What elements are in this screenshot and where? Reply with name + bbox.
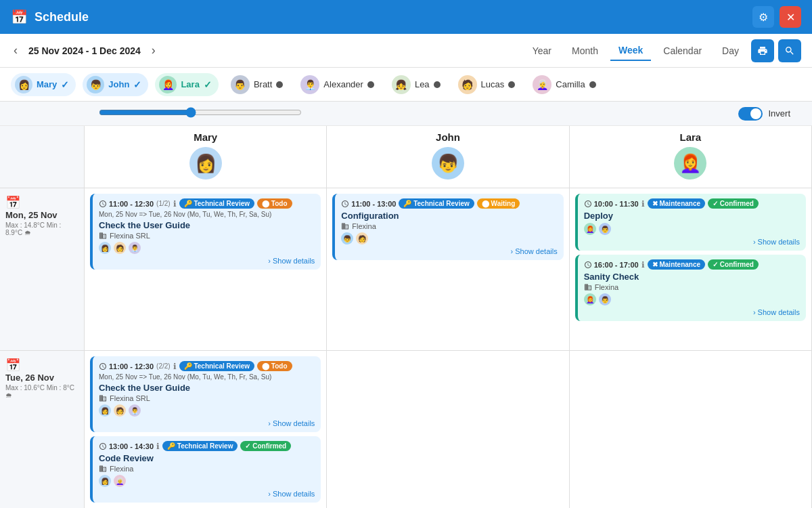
badge-tech-review-3: 🔑 Technical Review [162, 441, 238, 451]
view-calendar[interactable]: Calendar [655, 41, 710, 60]
user-inactive-alexander[interactable]: 👨‍💼 Alexander [295, 72, 380, 97]
calendar-icon-mon: 📅 [5, 195, 20, 210]
show-details-2[interactable]: › Show details [99, 419, 315, 427]
info-icon-5: ℹ [641, 199, 645, 209]
badge-tech-review-4: 🔑 Technical Review [399, 198, 474, 209]
mini-avatar-bratt-2: 👨 [599, 293, 611, 305]
nav-right: Year Month Week Calendar Day [524, 39, 801, 62]
prev-button[interactable]: ‹ [11, 41, 20, 60]
zoom-slider[interactable] [99, 107, 302, 118]
close-button[interactable]: ✕ [780, 6, 801, 28]
user-chip-john[interactable]: 👦 John ✓ [83, 73, 148, 96]
weather-tue: Max : 10.6°C Min : 8°C 🌧 [5, 384, 78, 399]
event-title-3: Code Review [99, 453, 315, 463]
col-avatar-mary: 👩 [189, 147, 222, 179]
header-right: ⚙ ✕ [752, 6, 801, 28]
user-chip-lara[interactable]: 👩‍🦰 Lara ✓ [155, 73, 218, 96]
users-bar: 👩 Mary ✓ 👦 John ✓ 👩‍🦰 Lara ✓ 👨 Bratt 👨‍💼… [0, 68, 812, 102]
app-title: Schedule [35, 10, 89, 24]
event-time-5: 10:00 - 11:30 [584, 200, 639, 208]
avatar-mary: 👩 [15, 76, 32, 93]
col-header-mary: Mary 👩 [85, 126, 327, 188]
event-check-user-guide-mon[interactable]: 11:00 - 12:30 (1/2) ℹ 🔑 Technical Review… [90, 194, 321, 270]
check-icon-john: ✓ [133, 79, 141, 90]
user-name-john: John [108, 79, 129, 89]
show-details-6[interactable]: › Show details [584, 308, 800, 316]
view-week[interactable]: Week [610, 41, 651, 61]
event-check-user-guide-tue[interactable]: 11:00 - 12:30 (2/2) ℹ 🔑 Technical Review… [90, 356, 321, 432]
col-header-lara: Lara 👩‍🦰 [570, 126, 812, 188]
occurrence-2: (2/2) [156, 362, 171, 370]
badge-maintenance-5: ✖ Maintenance [648, 198, 705, 209]
col-avatar-lara: 👩‍🦰 [674, 147, 706, 179]
user-inactive-bratt[interactable]: 👨 Bratt [225, 72, 288, 97]
event-company-4: Flexina [341, 222, 557, 230]
event-company-1: Flexina SRL [99, 232, 315, 240]
cell-tue-john [327, 351, 568, 508]
user-chip-mary[interactable]: 👩 Mary ✓ [11, 73, 76, 96]
avatar-lara: 👩‍🦰 [159, 76, 177, 93]
day-label-tue: 📅 Tue, 26 Nov Max : 10.6°C Min : 8°C 🌧 [0, 351, 85, 508]
invert-label: Invert [768, 108, 790, 119]
show-details-5[interactable]: › Show details [584, 238, 800, 246]
header-spacer [0, 126, 85, 188]
check-icon-lara: ✓ [204, 79, 212, 90]
recurrence-1: Mon, 25 Nov => Tue, 26 Nov (Mo, Tu, We, … [99, 211, 315, 218]
mini-avatar-lara: 👩‍🦰 [584, 223, 596, 235]
invert-toggle[interactable]: Invert [738, 107, 790, 121]
avatar-lea: 👧 [392, 75, 411, 94]
event-people-6: 👩‍🦰 👨 [584, 293, 800, 305]
view-month[interactable]: Month [564, 41, 606, 60]
event-header-4: 11:00 - 13:00 🔑 Technical Review ⬤ Waiti… [341, 198, 557, 209]
event-sanity-check[interactable]: 16:00 - 17:00 ℹ ✖ Maintenance ✓ Confirme… [575, 255, 806, 321]
event-company-3: Flexina [99, 465, 315, 473]
user-name-lara: Lara [181, 79, 199, 89]
settings-button[interactable]: ⚙ [752, 6, 774, 28]
nav-left: ‹ 25 Nov 2024 - 1 Dec 2024 › [11, 41, 158, 60]
view-day[interactable]: Day [714, 41, 747, 60]
nav-bar: ‹ 25 Nov 2024 - 1 Dec 2024 › Year Month … [0, 34, 812, 68]
badge-todo-1: ⬤ Todo [257, 198, 292, 209]
mini-avatar-camilla: 👩‍🦳 [114, 475, 126, 487]
header-left: 📅 Schedule [11, 9, 89, 25]
badge-confirmed-3: ✓ Confirmed [240, 441, 291, 451]
mini-avatar-lucas: 🧑 [114, 242, 126, 254]
invert-switch[interactable] [738, 107, 763, 121]
show-details-4[interactable]: › Show details [341, 247, 557, 255]
event-people-3: 👩 👩‍🦳 [99, 475, 315, 487]
mini-avatar-mary-2: 👩 [99, 404, 111, 417]
app-header: 📅 Schedule ⚙ ✕ [0, 0, 812, 34]
column-header-row: Mary 👩 John 👦 Lara 👩‍🦰 [0, 126, 812, 188]
event-configuration[interactable]: 11:00 - 13:00 🔑 Technical Review ⬤ Waiti… [332, 194, 563, 260]
info-icon-3: ℹ [156, 442, 160, 451]
show-details-1[interactable]: › Show details [99, 257, 315, 265]
print-button[interactable] [751, 39, 774, 62]
cell-mon-john: 11:00 - 13:00 🔑 Technical Review ⬤ Waiti… [327, 188, 568, 351]
event-code-review[interactable]: 13:00 - 14:30 ℹ 🔑 Technical Review ✓ Con… [90, 436, 321, 503]
controls-bar: Invert [0, 102, 812, 126]
event-title-2: Check the User Guide [99, 383, 315, 393]
user-name-mary: Mary [37, 79, 57, 89]
calendar-icon-tue: 📅 [5, 358, 20, 373]
event-deploy[interactable]: 10:00 - 11:30 ℹ ✖ Maintenance ✓ Confirme… [575, 194, 806, 251]
col-name-john: John [436, 131, 460, 143]
badge-confirmed-6: ✓ Confirmed [708, 259, 759, 270]
event-time-2: 11:00 - 12:30 [99, 362, 154, 371]
event-people-5: 👩‍🦰 👨 [584, 223, 800, 235]
cell-mon-mary: 11:00 - 12:30 (1/2) ℹ 🔑 Technical Review… [85, 188, 326, 351]
columns-area: 11:00 - 12:30 (1/2) ℹ 🔑 Technical Review… [85, 188, 812, 508]
badge-confirmed-5: ✓ Confirmed [708, 198, 759, 209]
next-button[interactable]: › [149, 41, 158, 60]
avatar-camilla: 👩‍🦳 [533, 75, 551, 94]
dot-lea [434, 81, 441, 88]
info-icon-2: ℹ [173, 362, 177, 371]
user-inactive-lucas[interactable]: 🧑 Lucas [453, 72, 521, 97]
check-icon-mary: ✓ [61, 79, 69, 90]
search-button[interactable] [778, 39, 801, 62]
user-inactive-lea[interactable]: 👧 Lea [386, 72, 446, 97]
view-year[interactable]: Year [524, 41, 560, 60]
event-time-3: 13:00 - 14:30 [99, 442, 154, 450]
show-details-3[interactable]: › Show details [99, 490, 315, 498]
user-inactive-camilla[interactable]: 👩‍🦳 Camilla [527, 72, 601, 97]
mini-avatar-john: 👦 [341, 232, 353, 245]
